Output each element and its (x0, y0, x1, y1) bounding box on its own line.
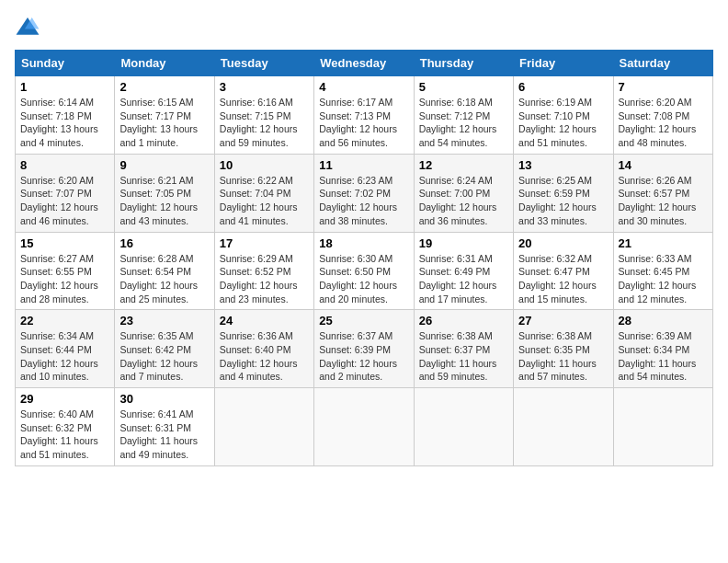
day-info: Sunrise: 6:20 AMSunset: 7:07 PMDaylight:… (20, 175, 98, 226)
day-number: 5 (419, 80, 508, 94)
day-info: Sunrise: 6:38 AMSunset: 6:37 PMDaylight:… (419, 330, 497, 382)
day-info: Sunrise: 6:36 AMSunset: 6:40 PMDaylight:… (220, 330, 298, 382)
day-number: 21 (619, 236, 708, 250)
calendar-cell: 5 Sunrise: 6:18 AMSunset: 7:12 PMDayligh… (414, 76, 513, 155)
calendar-cell: 2 Sunrise: 6:15 AMSunset: 7:17 PMDayligh… (115, 76, 214, 155)
day-number: 30 (119, 392, 209, 406)
day-number: 19 (419, 236, 508, 250)
day-info: Sunrise: 6:16 AMSunset: 7:15 PMDaylight:… (220, 97, 298, 148)
calendar-cell: 9 Sunrise: 6:21 AMSunset: 7:05 PMDayligh… (115, 154, 214, 232)
calendar-cell: 11 Sunrise: 6:23 AMSunset: 7:02 PMDaylig… (314, 154, 414, 232)
day-info: Sunrise: 6:32 AMSunset: 6:47 PMDaylight:… (518, 253, 597, 304)
day-number: 24 (220, 314, 309, 327)
day-info: Sunrise: 6:31 AMSunset: 6:49 PMDaylight:… (419, 253, 497, 304)
day-info: Sunrise: 6:18 AMSunset: 7:12 PMDaylight:… (419, 97, 497, 148)
column-header-monday: Monday (115, 51, 214, 76)
day-number: 4 (319, 80, 408, 94)
day-number: 26 (419, 314, 508, 327)
calendar-cell: 26 Sunrise: 6:38 AMSunset: 6:37 PMDaylig… (414, 310, 513, 388)
day-info: Sunrise: 6:23 AMSunset: 7:02 PMDaylight:… (319, 175, 397, 226)
page-header (15, 15, 713, 40)
calendar-cell: 4 Sunrise: 6:17 AMSunset: 7:13 PMDayligh… (314, 76, 414, 155)
column-header-friday: Friday (514, 51, 613, 76)
day-info: Sunrise: 6:20 AMSunset: 7:08 PMDaylight:… (619, 97, 697, 148)
day-info: Sunrise: 6:17 AMSunset: 7:13 PMDaylight:… (319, 97, 397, 148)
column-header-wednesday: Wednesday (314, 51, 414, 76)
week-row-4: 22 Sunrise: 6:34 AMSunset: 6:44 PMDaylig… (16, 310, 713, 388)
calendar-cell: 7 Sunrise: 6:20 AMSunset: 7:08 PMDayligh… (613, 76, 712, 155)
day-number: 14 (619, 158, 708, 172)
week-row-5: 29 Sunrise: 6:40 AMSunset: 6:32 PMDaylig… (16, 388, 713, 466)
day-number: 1 (20, 80, 109, 94)
calendar-cell: 6 Sunrise: 6:19 AMSunset: 7:10 PMDayligh… (514, 76, 613, 155)
column-header-sunday: Sunday (16, 51, 115, 76)
calendar-table: SundayMondayTuesdayWednesdayThursdayFrid… (15, 50, 713, 466)
day-info: Sunrise: 6:29 AMSunset: 6:52 PMDaylight:… (220, 253, 298, 304)
calendar-cell (314, 388, 414, 466)
column-header-tuesday: Tuesday (214, 51, 313, 76)
day-number: 17 (220, 236, 309, 250)
day-info: Sunrise: 6:25 AMSunset: 6:59 PMDaylight:… (518, 175, 597, 226)
calendar-cell: 27 Sunrise: 6:38 AMSunset: 6:35 PMDaylig… (514, 310, 613, 388)
calendar-cell (414, 388, 513, 466)
calendar-cell: 20 Sunrise: 6:32 AMSunset: 6:47 PMDaylig… (514, 232, 613, 310)
calendar-cell: 23 Sunrise: 6:35 AMSunset: 6:42 PMDaylig… (115, 310, 214, 388)
day-number: 13 (518, 158, 608, 172)
week-row-3: 15 Sunrise: 6:27 AMSunset: 6:55 PMDaylig… (16, 232, 713, 310)
week-row-1: 1 Sunrise: 6:14 AMSunset: 7:18 PMDayligh… (16, 76, 713, 155)
calendar-cell: 10 Sunrise: 6:22 AMSunset: 7:04 PMDaylig… (214, 154, 313, 232)
day-number: 8 (20, 158, 109, 172)
header-row: SundayMondayTuesdayWednesdayThursdayFrid… (16, 51, 713, 76)
day-info: Sunrise: 6:34 AMSunset: 6:44 PMDaylight:… (20, 330, 98, 382)
day-number: 9 (119, 158, 209, 172)
day-info: Sunrise: 6:39 AMSunset: 6:34 PMDaylight:… (619, 330, 697, 382)
day-number: 25 (319, 314, 408, 327)
day-number: 27 (518, 314, 608, 327)
calendar-cell (514, 388, 613, 466)
calendar-cell (613, 388, 712, 466)
calendar-cell: 13 Sunrise: 6:25 AMSunset: 6:59 PMDaylig… (514, 154, 613, 232)
calendar-cell: 16 Sunrise: 6:28 AMSunset: 6:54 PMDaylig… (115, 232, 214, 310)
day-info: Sunrise: 6:40 AMSunset: 6:32 PMDaylight:… (20, 408, 98, 460)
day-number: 18 (319, 236, 408, 250)
day-number: 11 (319, 158, 408, 172)
day-number: 6 (518, 80, 608, 94)
day-number: 3 (220, 80, 309, 94)
calendar-cell: 1 Sunrise: 6:14 AMSunset: 7:18 PMDayligh… (16, 76, 115, 155)
day-info: Sunrise: 6:37 AMSunset: 6:39 PMDaylight:… (319, 330, 397, 382)
day-info: Sunrise: 6:41 AMSunset: 6:31 PMDaylight:… (119, 408, 198, 460)
week-row-2: 8 Sunrise: 6:20 AMSunset: 7:07 PMDayligh… (16, 154, 713, 232)
calendar-cell: 19 Sunrise: 6:31 AMSunset: 6:49 PMDaylig… (414, 232, 513, 310)
day-number: 28 (619, 314, 708, 327)
calendar-cell: 3 Sunrise: 6:16 AMSunset: 7:15 PMDayligh… (214, 76, 313, 155)
day-info: Sunrise: 6:22 AMSunset: 7:04 PMDaylight:… (220, 175, 298, 226)
calendar-cell: 22 Sunrise: 6:34 AMSunset: 6:44 PMDaylig… (16, 310, 115, 388)
calendar-cell: 28 Sunrise: 6:39 AMSunset: 6:34 PMDaylig… (613, 310, 712, 388)
day-info: Sunrise: 6:33 AMSunset: 6:45 PMDaylight:… (619, 253, 697, 304)
day-number: 2 (119, 80, 209, 94)
day-number: 7 (619, 80, 708, 94)
column-header-thursday: Thursday (414, 51, 513, 76)
day-number: 16 (119, 236, 209, 250)
day-info: Sunrise: 6:15 AMSunset: 7:17 PMDaylight:… (119, 97, 198, 148)
calendar-cell: 25 Sunrise: 6:37 AMSunset: 6:39 PMDaylig… (314, 310, 414, 388)
calendar-cell: 21 Sunrise: 6:33 AMSunset: 6:45 PMDaylig… (613, 232, 712, 310)
calendar-cell: 29 Sunrise: 6:40 AMSunset: 6:32 PMDaylig… (16, 388, 115, 466)
day-number: 22 (20, 314, 109, 327)
day-info: Sunrise: 6:27 AMSunset: 6:55 PMDaylight:… (20, 253, 98, 304)
calendar-cell: 17 Sunrise: 6:29 AMSunset: 6:52 PMDaylig… (214, 232, 313, 310)
calendar-cell: 24 Sunrise: 6:36 AMSunset: 6:40 PMDaylig… (214, 310, 313, 388)
day-info: Sunrise: 6:21 AMSunset: 7:05 PMDaylight:… (119, 175, 198, 226)
day-info: Sunrise: 6:35 AMSunset: 6:42 PMDaylight:… (119, 330, 198, 382)
logo (15, 15, 44, 40)
calendar-cell: 15 Sunrise: 6:27 AMSunset: 6:55 PMDaylig… (16, 232, 115, 310)
day-info: Sunrise: 6:38 AMSunset: 6:35 PMDaylight:… (518, 330, 597, 382)
logo-icon (15, 15, 40, 40)
day-number: 10 (220, 158, 309, 172)
day-number: 29 (20, 392, 109, 406)
day-number: 15 (20, 236, 109, 250)
calendar-cell: 18 Sunrise: 6:30 AMSunset: 6:50 PMDaylig… (314, 232, 414, 310)
calendar-cell: 12 Sunrise: 6:24 AMSunset: 7:00 PMDaylig… (414, 154, 513, 232)
day-info: Sunrise: 6:28 AMSunset: 6:54 PMDaylight:… (119, 253, 198, 304)
day-info: Sunrise: 6:19 AMSunset: 7:10 PMDaylight:… (518, 97, 597, 148)
